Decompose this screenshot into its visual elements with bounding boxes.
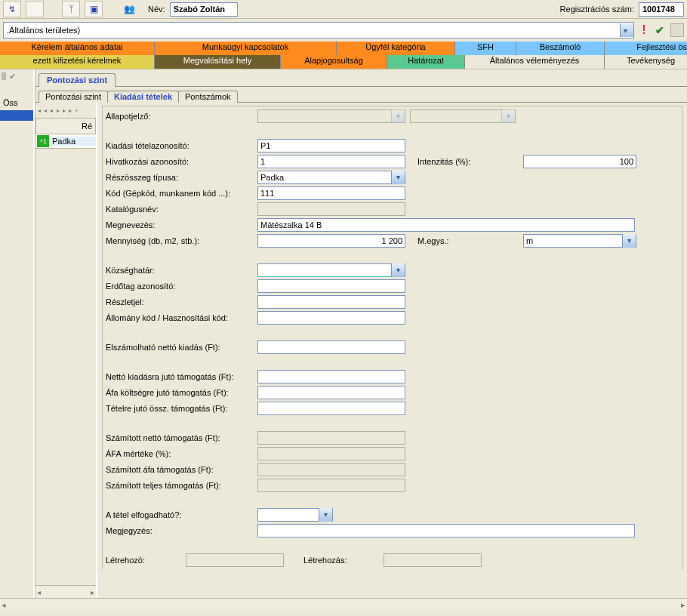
chevron-down-icon[interactable]: ▾ bbox=[319, 508, 332, 522]
tab-kérelem-általános-adatai[interactable]: Kérelem általános adatai bbox=[0, 42, 155, 55]
primary-tabs-row1: Kérelem általános adataiMunkaügyi kapcso… bbox=[0, 42, 687, 55]
outer-hscroll[interactable]: ◂ ▸ bbox=[0, 598, 687, 611]
megj-input[interactable] bbox=[257, 524, 635, 537]
intenz-input[interactable]: 100 bbox=[523, 155, 636, 168]
regsz-field: 1001748 bbox=[639, 2, 684, 17]
reszlet-input[interactable] bbox=[257, 295, 405, 309]
tab-beszámoló[interactable]: Beszámoló bbox=[516, 42, 605, 55]
allapot-field1: ▾ bbox=[257, 109, 405, 123]
reszlet-label: Részletjel: bbox=[106, 297, 253, 306]
tab-fejlesztési-összesen[interactable]: Fejlesztési összesen bbox=[605, 42, 687, 55]
sidegrid-hscroll[interactable]: ◂▸ bbox=[35, 585, 96, 598]
far-left-panel: ✔ Öss bbox=[0, 69, 35, 598]
kozseg-select[interactable]: ▾ bbox=[257, 263, 405, 277]
elfogad-select[interactable]: ▾ bbox=[257, 508, 333, 522]
kozseg-label: Községhatár: bbox=[106, 266, 253, 275]
tab-sfh[interactable]: SFH bbox=[455, 42, 516, 55]
alert-icon[interactable]: ! bbox=[639, 23, 649, 37]
form-area: Állapotjelző: ▾ ▾ Kiadási tételazonosító… bbox=[97, 103, 687, 598]
document-icon[interactable] bbox=[670, 23, 684, 37]
katalog-label: Katalógusnév: bbox=[106, 205, 253, 214]
chevron-left-icon: ◂ bbox=[37, 588, 41, 596]
erdotag-label: Erdőtag azonosító: bbox=[106, 282, 253, 291]
netto-tamo-input[interactable] bbox=[257, 370, 405, 383]
main-combo[interactable]: .Általános területes) ▾ bbox=[3, 22, 634, 38]
toolbar-btn-window[interactable]: ▣ bbox=[85, 1, 103, 17]
inner-tab-kiadási-tételek[interactable]: Kiadási tételek bbox=[107, 91, 179, 103]
main-toolbar: ↯ ᛘ ▣ 👥 Név: Szabó Zoltán Regisztrációs … bbox=[0, 0, 687, 19]
tab-alapjogosultság[interactable]: Alapjogosultság bbox=[281, 55, 387, 69]
hiv-id-label: Hivatkozási azonosító: bbox=[106, 157, 253, 166]
kiad-id-input[interactable]: P1 bbox=[257, 139, 405, 152]
subtab-row: Pontozási szint bbox=[35, 69, 687, 87]
windows-icon: ▣ bbox=[90, 4, 98, 14]
chevron-down-icon[interactable]: ▾ bbox=[622, 234, 636, 248]
hiv-id-input[interactable]: 1 bbox=[257, 155, 405, 168]
inner-tab-pontszámok[interactable]: Pontszámok bbox=[178, 91, 238, 103]
tree-icon: ᛘ bbox=[69, 4, 74, 14]
szam-netto-label: Számított nettó támogatás (Ft): bbox=[106, 433, 253, 442]
toolbar-btn-2[interactable] bbox=[26, 1, 44, 17]
main-combo-drop[interactable]: ▾ bbox=[620, 23, 633, 37]
chevron-right-icon: ▸ bbox=[681, 600, 685, 610]
chevron-down-icon: ▾ bbox=[501, 109, 515, 123]
szam-teljes-field bbox=[257, 479, 405, 492]
erdotag-input[interactable] bbox=[257, 279, 405, 293]
kiad-id-label: Kiadási tételazonosító: bbox=[106, 141, 253, 150]
tab-határozat[interactable]: Határozat bbox=[387, 55, 465, 69]
searchbar: .Általános területes) ▾ ! ✔ bbox=[0, 19, 687, 42]
left-highlight-bar bbox=[0, 110, 33, 121]
panel-collapse-icon[interactable] bbox=[2, 72, 6, 80]
tab-ügyfél-kategória[interactable]: Ügyfél kategória bbox=[337, 42, 455, 55]
chevron-left-icon: ◂ bbox=[2, 600, 6, 610]
elsz-netto-input[interactable] bbox=[257, 340, 405, 354]
megj-label: Megjegyzés: bbox=[106, 526, 253, 535]
chevron-down-icon[interactable]: ▾ bbox=[391, 263, 405, 277]
szam-afa-label: Számított áfa támogatás (Ft): bbox=[106, 465, 253, 474]
elfogad-label: A tétel elfogadható?: bbox=[106, 510, 253, 519]
chevron-down-icon: ▾ bbox=[621, 26, 633, 35]
letrehozo-field bbox=[186, 553, 284, 567]
inner-sidegrid: ◂ ◂ ◂ ▸ ▸ ▸ + Ré +1 Padka ◂▸ bbox=[35, 103, 97, 598]
megn-input[interactable]: Mátészalka 14 B bbox=[257, 218, 635, 232]
afa-kolts-label: Áfa költségre jutó támogatás (Ft): bbox=[106, 388, 253, 397]
tab-általános-véleményezés[interactable]: Általános véleményezés bbox=[465, 55, 605, 69]
tetel-ossz-input[interactable] bbox=[257, 402, 405, 415]
chevron-down-icon: ▾ bbox=[391, 109, 405, 123]
megys-label: M.egys.: bbox=[417, 236, 519, 245]
row-add-icon: +1 bbox=[37, 135, 49, 147]
check-icon[interactable]: ✔ bbox=[654, 24, 666, 36]
toolbar-btn-users[interactable]: 👥 bbox=[121, 2, 137, 17]
main-combo-value: .Általános területes) bbox=[4, 26, 620, 35]
tab-munkaügyi-kapcsolatok[interactable]: Munkaügyi kapcsolatok bbox=[155, 42, 337, 55]
resz-tipus-select[interactable]: Padka▾ bbox=[257, 171, 405, 184]
inner-tabs: Pontozási szintKiadási tételekPontszámok bbox=[35, 87, 687, 103]
szam-afa-field bbox=[257, 463, 405, 476]
inner-tab-pontozási-szint[interactable]: Pontozási szint bbox=[39, 91, 108, 103]
toolbar-btn-tree[interactable]: ᛘ bbox=[62, 1, 80, 17]
nev-label: Név: bbox=[148, 5, 165, 14]
katalog-field bbox=[257, 202, 405, 216]
toolbar-btn-1[interactable]: ↯ bbox=[3, 1, 21, 17]
netto-tamo-label: Nettó kiadásra jutó támogatás (Ft): bbox=[106, 372, 253, 381]
record-nav[interactable]: ◂ ◂ ◂ ▸ ▸ ▸ + bbox=[35, 103, 96, 118]
afa-kolts-input[interactable] bbox=[257, 386, 405, 399]
tab-megvalósítási-hely[interactable]: Megvalósítási hely bbox=[155, 55, 281, 69]
subtab-pontozasi-szint[interactable]: Pontozási szint bbox=[39, 73, 116, 87]
allkod-input[interactable] bbox=[257, 311, 405, 325]
szam-netto-field bbox=[257, 431, 405, 445]
table-row[interactable]: +1 Padka bbox=[35, 134, 96, 149]
tab-tevékenység[interactable]: Tevékenység bbox=[605, 55, 687, 69]
elsz-netto-label: Elszámolható nettó kiadás (Ft): bbox=[106, 343, 253, 352]
chevron-down-icon[interactable]: ▾ bbox=[391, 171, 405, 184]
kod-input[interactable]: 111 bbox=[257, 186, 405, 200]
regsz-label: Regisztrációs szám: bbox=[560, 5, 634, 14]
content-container: ✔ Öss Pontozási szint Pontozási szintKia… bbox=[0, 69, 687, 598]
megn-label: Megnevezés: bbox=[106, 220, 253, 229]
menny-input[interactable]: 1 200 bbox=[257, 234, 405, 248]
letrehozo-label: Létrehozó: bbox=[106, 556, 181, 565]
resz-tipus-label: Részösszeg típusa: bbox=[106, 173, 253, 182]
chevron-right-icon: ▸ bbox=[91, 588, 94, 596]
megys-select[interactable]: m▾ bbox=[523, 234, 636, 248]
tab-ezett-kifizetési-kérelmek[interactable]: ezett kifizetési kérelmek bbox=[0, 55, 155, 69]
